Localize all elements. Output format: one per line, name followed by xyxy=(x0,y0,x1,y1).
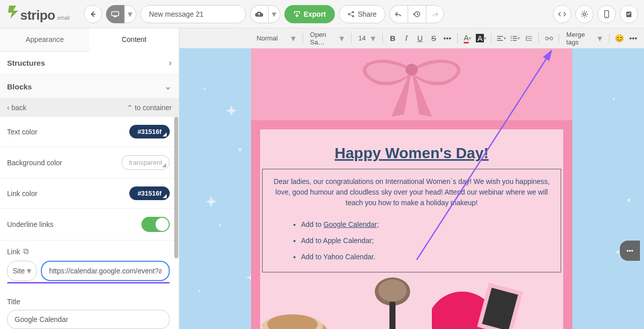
link-color-label: Link color xyxy=(7,190,37,198)
structures-section[interactable]: Structures › xyxy=(0,52,179,75)
back-button[interactable] xyxy=(84,5,102,23)
breadcrumb-back[interactable]: ‹ back xyxy=(7,104,26,112)
strikethrough-button[interactable]: S xyxy=(428,32,439,45)
link-button[interactable] xyxy=(543,32,555,45)
sidebar: Appearance Content Structures › Blocks ⌄… xyxy=(0,28,179,329)
blocks-label: Blocks xyxy=(7,82,32,91)
svg-point-20 xyxy=(627,199,630,202)
title-label: Title xyxy=(7,298,170,306)
structures-label: Structures xyxy=(7,59,45,67)
svg-rect-11 xyxy=(24,249,27,253)
bold-button[interactable]: B xyxy=(387,32,399,45)
link-type-select[interactable]: Site ▾ xyxy=(7,261,37,281)
blocks-section[interactable]: Blocks ⌄ xyxy=(0,75,179,99)
email-preview[interactable]: Happy Women's Day! Dear ladies, our cong… xyxy=(179,49,644,329)
share-label: Share xyxy=(358,10,376,18)
google-calendar-link[interactable]: Google Calendar xyxy=(323,220,377,228)
highlight-button[interactable]: A▾ xyxy=(475,32,487,45)
export-label: Export xyxy=(304,10,326,18)
export-button[interactable]: Export xyxy=(284,5,335,23)
more-format-button[interactable]: ••• xyxy=(441,32,453,45)
paragraph-style-select[interactable]: Normal▾ xyxy=(254,31,299,46)
tab-appearance[interactable]: Appearance xyxy=(0,28,89,51)
scrollbar[interactable] xyxy=(174,117,179,289)
svg-rect-1 xyxy=(114,16,117,17)
content-section: Happy Women's Day! Dear ladies, our cong… xyxy=(251,120,572,329)
text-color-row: Text color #31516f xyxy=(0,117,177,147)
link-title-input[interactable] xyxy=(7,310,170,329)
font-family-select[interactable]: Open Sa…▾ xyxy=(307,29,347,48)
email-heading[interactable]: Happy Women's Day! xyxy=(260,137,563,169)
bow-image xyxy=(251,49,572,120)
svg-rect-10 xyxy=(25,250,28,254)
svg-point-21 xyxy=(406,64,418,76)
email-container: Happy Women's Day! Dear ladies, our cong… xyxy=(251,49,572,329)
code-button[interactable] xyxy=(553,5,571,23)
bg-color-row: Background color transparent xyxy=(0,147,177,178)
svg-point-8 xyxy=(606,16,607,17)
logo-subtext: .email xyxy=(56,15,70,21)
checklist-button[interactable] xyxy=(620,5,638,23)
settings-button[interactable] xyxy=(575,5,593,23)
redo-button[interactable] xyxy=(426,5,444,23)
calendar-item-google: Add to Google Calendar; xyxy=(301,216,551,232)
message-title-input[interactable] xyxy=(140,5,246,23)
font-size-select[interactable]: 14▾ xyxy=(356,31,378,46)
save-dropdown[interactable]: ▾ xyxy=(268,5,280,23)
svg-rect-0 xyxy=(112,12,119,16)
text-color-swatch[interactable]: #31516f xyxy=(129,125,170,138)
svg-point-17 xyxy=(219,224,221,226)
svg-rect-27 xyxy=(389,302,395,329)
history-button[interactable] xyxy=(408,5,426,23)
svg-point-18 xyxy=(199,290,201,292)
svg-point-12 xyxy=(511,36,512,37)
undo-button[interactable] xyxy=(389,5,408,23)
svg-point-3 xyxy=(352,11,354,13)
desktop-view-button[interactable] xyxy=(106,5,124,23)
view-mode-dropdown[interactable]: ▾ xyxy=(124,5,136,23)
underline-links-row: Underline links xyxy=(0,209,177,241)
svg-point-14 xyxy=(511,40,512,41)
url-highlight xyxy=(7,282,170,284)
underline-button[interactable]: U xyxy=(414,32,426,45)
align-button[interactable]: ▾ xyxy=(496,32,507,45)
link-url-input[interactable] xyxy=(41,261,170,281)
sidebar-tabs: Appearance Content xyxy=(0,28,179,52)
bg-color-swatch[interactable]: transparent xyxy=(121,155,170,170)
indent-button[interactable] xyxy=(523,32,534,45)
link-section: Link Site ▾ xyxy=(0,241,177,291)
overflow-button[interactable]: ••• xyxy=(627,32,639,45)
floating-menu-button[interactable]: ••• xyxy=(620,241,640,261)
italic-button[interactable]: I xyxy=(401,32,412,45)
link-label: Link xyxy=(7,248,170,256)
merge-tags-select[interactable]: Merge tags▾ xyxy=(563,29,605,48)
bg-color-label: Background color xyxy=(7,159,62,167)
canvas: Normal▾ Open Sa…▾ 14▾ B I U S ••• A▾ A▾ … xyxy=(179,28,644,329)
calendar-item-apple: Add to Apple Calendar; xyxy=(301,232,551,249)
copy-icon xyxy=(23,249,29,255)
chevron-up-icon: ⌃ xyxy=(127,104,133,112)
tab-content[interactable]: Content xyxy=(89,28,179,52)
svg-point-24 xyxy=(267,314,318,329)
link-color-swatch[interactable]: #31516f xyxy=(129,186,170,200)
calendar-list: Add to Google Calendar; Add to Apple Cal… xyxy=(273,216,551,265)
underline-links-toggle[interactable] xyxy=(141,217,170,232)
svg-point-19 xyxy=(613,98,615,100)
list-button[interactable]: ▾ xyxy=(509,32,521,45)
selected-text-block[interactable]: Dear ladies, our congratulations on Inte… xyxy=(262,169,561,272)
title-section: Title xyxy=(0,291,177,329)
chevron-down-icon: ⌄ xyxy=(164,81,172,92)
save-group: ▾ xyxy=(250,5,280,23)
cloud-save-button[interactable] xyxy=(250,5,268,23)
mobile-preview-button[interactable] xyxy=(598,5,616,23)
breadcrumb: ‹ back ⌃ to container xyxy=(0,99,179,117)
share-button[interactable]: Share xyxy=(339,5,385,23)
text-color-button[interactable]: A▾ xyxy=(462,32,473,45)
chevron-left-icon: ‹ xyxy=(7,104,10,112)
text-color-label: Text color xyxy=(7,128,37,136)
email-paragraph: Dear ladies, our congratulations on Inte… xyxy=(273,176,551,208)
emoji-button[interactable]: 😊 xyxy=(614,32,625,45)
logo-text: stripo xyxy=(20,8,55,23)
breadcrumb-container[interactable]: ⌃ to container xyxy=(127,104,172,112)
history-group xyxy=(389,5,444,23)
